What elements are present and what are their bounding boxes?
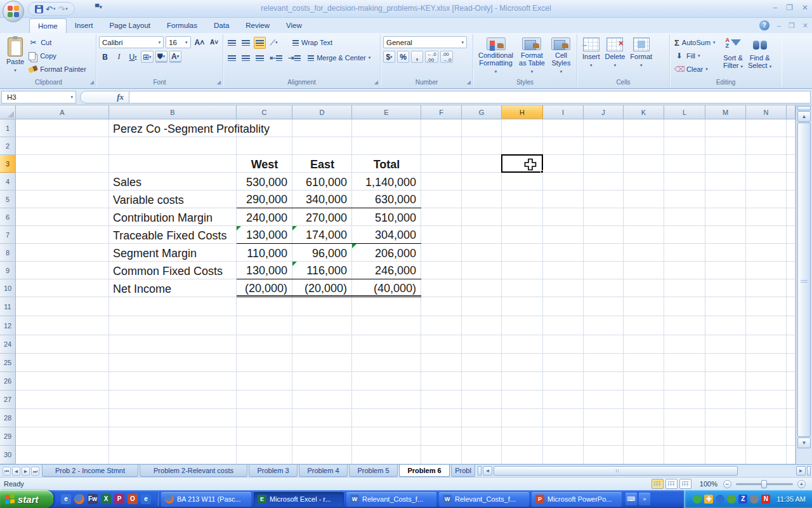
page-layout-view-button[interactable]	[665, 479, 678, 489]
scroll-right-arrow[interactable]: ►	[796, 466, 806, 476]
fill-color-button[interactable]: ⛊▾	[155, 51, 167, 63]
scroll-down-arrow[interactable]: ▼	[797, 438, 811, 448]
sheet-tab-problem-4[interactable]: Problem 4	[299, 465, 348, 477]
cell-E5[interactable]: 630,000	[352, 190, 421, 208]
name-box[interactable]: H3▾	[1, 91, 76, 104]
cell-D3[interactable]: East	[292, 155, 352, 173]
cell-B10[interactable]: Net Income	[109, 279, 237, 297]
column-header-G[interactable]: G	[462, 105, 502, 119]
toolbar-chevron-button[interactable]: »	[639, 493, 650, 505]
cell-C6[interactable]: 240,000	[237, 208, 292, 226]
column-header-J[interactable]: J	[584, 105, 624, 119]
column-header-E[interactable]: E	[352, 105, 421, 119]
align-bottom-button[interactable]	[254, 37, 266, 49]
help-icon[interactable]: ?	[759, 20, 769, 30]
scroll-left-arrow[interactable]: ◄	[483, 466, 492, 476]
cell-B1[interactable]: Perez Co -Segment Profitablity	[109, 119, 237, 137]
scroll-up-arrow[interactable]: ▲	[797, 111, 811, 122]
ie-shortcut-icon[interactable]: e	[141, 494, 151, 504]
copy-button[interactable]: Copy	[27, 50, 88, 62]
row-header-12[interactable]: 12	[0, 316, 16, 335]
workbook-restore-button[interactable]: ❐	[789, 22, 795, 30]
row-header-9[interactable]: 9	[0, 262, 16, 279]
tab-split-handle[interactable]	[478, 466, 481, 476]
zoom-out-button[interactable]: −	[723, 480, 731, 488]
column-header-I[interactable]: I	[543, 105, 584, 119]
ribbon-tab-formulas[interactable]: Formulas	[159, 18, 206, 33]
autosum-button[interactable]: ΣAutoSum▾	[672, 36, 721, 49]
messenger-icon[interactable]	[693, 495, 702, 504]
row-header-5[interactable]: 5	[0, 190, 16, 208]
grow-font-button[interactable]: A˄	[193, 36, 206, 48]
next-sheet-button[interactable]: ►	[22, 467, 30, 476]
cell-D6[interactable]: 270,000	[292, 208, 352, 226]
volume-icon[interactable]	[750, 495, 759, 504]
row-header-28[interactable]: 28	[0, 409, 16, 427]
taskbar-button-word[interactable]: WRelevant_Costs_f...	[439, 492, 529, 507]
normal-view-button[interactable]	[652, 479, 664, 489]
increase-decimal-button[interactable]: ←.0.00	[425, 51, 438, 63]
cut-button[interactable]: ✂Cut	[27, 36, 88, 49]
zoom-slider[interactable]	[736, 483, 793, 485]
merge-center-button[interactable]: Merge & Center▾	[306, 51, 372, 64]
row-header-27[interactable]: 27	[0, 391, 16, 409]
antivirus-icon[interactable]: N	[761, 495, 770, 504]
number-dialog-launcher-icon[interactable]: ◢	[467, 79, 471, 85]
vertical-scrollbar[interactable]: ▲ ▼	[796, 105, 812, 464]
vertical-scroll-thumb[interactable]	[797, 123, 811, 437]
cell-C3[interactable]: West	[237, 155, 292, 173]
updates-icon[interactable]	[727, 495, 736, 504]
cell-D7[interactable]: 174,000	[292, 226, 352, 244]
fill-handle[interactable]	[540, 170, 544, 173]
column-header-M[interactable]: M	[705, 105, 746, 119]
cell-B5[interactable]: Variable costs	[109, 190, 237, 208]
row-header-1[interactable]: 1	[0, 119, 16, 137]
office-button[interactable]	[3, 1, 24, 22]
column-header-K[interactable]: K	[624, 105, 664, 119]
ribbon-tab-data[interactable]: Data	[206, 18, 237, 33]
column-header-C[interactable]: C	[237, 105, 292, 119]
font-family-select[interactable]: Calibri▾	[99, 36, 164, 48]
insert-function-button[interactable]: fx	[80, 91, 129, 104]
decrease-decimal-button[interactable]: .00→.0	[440, 51, 454, 63]
scrollbar-resize-handle[interactable]	[807, 466, 811, 476]
formula-input[interactable]	[129, 91, 811, 104]
format-as-table-button[interactable]: Formatas Table ▾	[516, 36, 548, 77]
cell-B9[interactable]: Common Fixed Costs	[109, 262, 237, 279]
borders-button[interactable]: ⊞▾	[141, 51, 154, 63]
row-header-10[interactable]: 10	[0, 279, 16, 297]
ribbon-tab-view[interactable]: View	[278, 18, 310, 33]
percent-format-button[interactable]: %	[397, 51, 409, 63]
cell-E10[interactable]: (40,000)	[352, 279, 421, 297]
row-header-2[interactable]: 2	[0, 137, 16, 155]
clipboard-dialog-launcher-icon[interactable]: ◢	[90, 79, 94, 85]
horizontal-scroll-thumb[interactable]	[494, 466, 738, 476]
fireworks-icon[interactable]: Fw	[88, 494, 98, 504]
workbook-minimize-button[interactable]: –	[777, 22, 781, 29]
cell-E8[interactable]: 206,000	[352, 244, 421, 262]
clear-button[interactable]: ⌫Clear▾	[672, 63, 721, 76]
split-handle[interactable]	[797, 106, 811, 110]
taskbar-button-firefox[interactable]: BA 213 W11 (Pasc...	[161, 492, 251, 507]
sheet-tab-problem-2-relevant-costs[interactable]: Problem 2-Relevant costs	[140, 465, 247, 477]
decrease-indent-button[interactable]: ⇤	[268, 52, 284, 64]
cell-D8[interactable]: 96,000	[292, 244, 352, 262]
mail-icon[interactable]: O	[128, 494, 138, 504]
language-bar-button[interactable]: ⌨	[625, 493, 637, 505]
internet-explorer-icon[interactable]: e	[61, 494, 71, 504]
sheet-tab-probl[interactable]: Probl	[451, 465, 475, 477]
horizontal-scrollbar[interactable]: ◄ ►	[476, 465, 812, 477]
zoom-level[interactable]: 100%	[700, 480, 717, 488]
format-cells-button[interactable]: Format▾	[627, 36, 655, 77]
cell-C5[interactable]: 290,000	[237, 190, 292, 208]
column-header-N[interactable]: N	[746, 105, 787, 119]
italic-button[interactable]: I	[113, 51, 125, 63]
fill-button[interactable]: ⬇Fill▾	[672, 50, 721, 62]
wrap-text-button[interactable]: Wrap Text	[291, 36, 334, 49]
column-header-F[interactable]: F	[421, 105, 462, 119]
cell-E6[interactable]: 510,000	[352, 208, 421, 226]
cell-C10[interactable]: (20,000)	[237, 279, 292, 297]
row-header-3[interactable]: 3	[0, 155, 16, 173]
cell-C8[interactable]: 110,000	[237, 244, 292, 262]
align-right-button[interactable]	[254, 52, 266, 64]
